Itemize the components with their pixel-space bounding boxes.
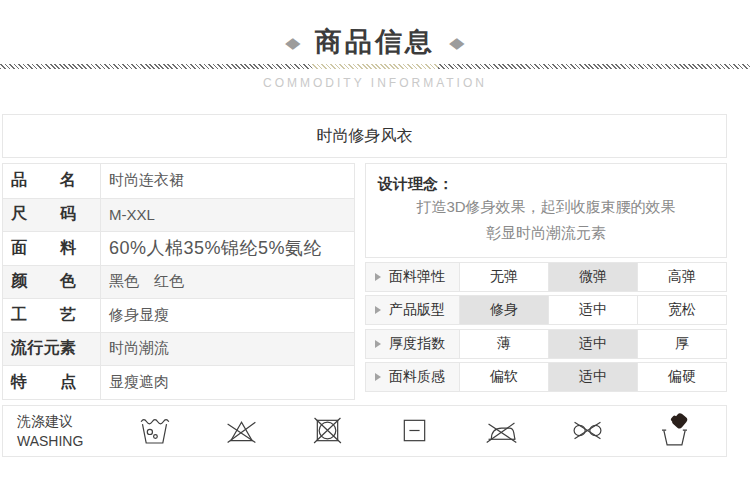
attribute-label: 厚度指数	[366, 330, 460, 358]
product-info-panel: 时尚修身风衣 品名 时尚连衣裙 尺码 M-XXL 面料 60%人棉35%锦纶5%…	[2, 114, 727, 457]
arrow-right-icon	[375, 340, 381, 348]
spec-row: 流行元素 时尚潮流	[3, 332, 354, 366]
attribute-option: 修身	[460, 296, 548, 324]
wash-basin-icon	[136, 412, 173, 449]
spec-label: 特点	[3, 366, 101, 399]
spec-label: 尺码	[3, 199, 101, 232]
do-not-wring-icon	[569, 412, 606, 449]
design-concept-line: 打造3D修身效果，起到收腹束腰的效果	[378, 194, 714, 220]
spec-table: 品名 时尚连衣裙 尺码 M-XXL 面料 60%人棉35%锦纶5%氨纶 颜色 黑…	[2, 163, 355, 400]
header-title-row: ◆ 商品信息 ◆	[0, 24, 750, 60]
attribute-label-text: 产品版型	[389, 301, 445, 319]
attribute-option: 适中	[548, 296, 637, 324]
design-concept-heading: 设计理念：	[378, 175, 714, 194]
attribute-option: 微弹	[548, 263, 637, 291]
spec-row: 特点 显瘦遮肉	[3, 365, 354, 399]
spec-value: 显瘦遮肉	[101, 366, 354, 399]
spec-value: 修身显瘦	[101, 299, 354, 332]
do-not-iron-icon	[483, 412, 520, 449]
spec-value: 黑色 红色	[101, 266, 354, 299]
spec-value: 时尚连衣裙	[101, 164, 354, 198]
spec-value: 时尚潮流	[101, 333, 354, 366]
do-not-bleach-icon	[223, 412, 260, 449]
attribute-option: 适中	[548, 363, 637, 391]
hatch-divider-center	[312, 64, 438, 69]
spec-label: 流行元素	[3, 333, 101, 366]
spec-row: 面料 60%人棉35%锦纶5%氨纶	[3, 231, 354, 265]
spec-value: 60%人棉35%锦纶5%氨纶	[101, 232, 354, 265]
section-header: ◆ 商品信息 ◆ COMMODITY INFORMATION	[0, 0, 750, 90]
spec-row: 颜色 黑色 红色	[3, 265, 354, 299]
washing-label: 洗涤建议 WASHING	[3, 411, 111, 451]
washing-label-en: WASHING	[17, 431, 111, 451]
arrow-right-icon	[375, 306, 381, 314]
product-title: 时尚修身风衣	[2, 114, 727, 158]
spec-label: 颜色	[3, 266, 101, 299]
spec-row: 工艺 修身显瘦	[3, 298, 354, 332]
attribute-option: 无弹	[460, 263, 548, 291]
washing-advice-row: 洗涤建议 WASHING	[2, 405, 727, 457]
attribute-option: 适中	[548, 330, 637, 358]
attribute-label: 产品版型	[366, 296, 460, 324]
attribute-label: 面料质感	[366, 363, 460, 391]
attribute-label-text: 厚度指数	[389, 335, 445, 353]
spec-label: 面料	[3, 232, 101, 265]
spec-value: M-XXL	[101, 199, 354, 232]
design-concept-box: 设计理念： 打造3D修身效果，起到收腹束腰的效果 彰显时尚潮流元素	[365, 163, 727, 258]
design-concept-line: 彰显时尚潮流元素	[378, 220, 714, 246]
arrow-right-icon	[375, 373, 381, 381]
attribute-row-fit: 产品版型 修身 适中 宽松	[365, 295, 727, 325]
spec-label: 工艺	[3, 299, 101, 332]
spec-row: 尺码 M-XXL	[3, 198, 354, 232]
attribute-label-text: 面料弹性	[389, 268, 445, 286]
dry-flat-icon	[396, 412, 433, 449]
attribute-option: 偏软	[460, 363, 548, 391]
washing-label-cn: 洗涤建议	[17, 411, 111, 431]
attribute-option: 厚	[637, 330, 726, 358]
attribute-row-elasticity: 面料弹性 无弹 微弹 高弹	[365, 262, 727, 292]
attribute-option: 高弹	[637, 263, 726, 291]
spec-label: 品名	[3, 164, 101, 198]
hand-wash-icon	[656, 412, 693, 449]
do-not-tumble-dry-icon	[309, 412, 346, 449]
spec-row: 品名 时尚连衣裙	[3, 164, 354, 198]
diamond-icon: ◆	[285, 35, 301, 50]
attribute-option: 薄	[460, 330, 548, 358]
hatch-divider	[0, 64, 750, 69]
header-subtitle: COMMODITY INFORMATION	[0, 76, 750, 90]
attribute-option: 宽松	[637, 296, 726, 324]
attribute-row-texture: 面料质感 偏软 适中 偏硬	[365, 362, 727, 392]
attribute-option: 偏硬	[637, 363, 726, 391]
attribute-row-thickness: 厚度指数 薄 适中 厚	[365, 329, 727, 359]
attribute-label: 面料弹性	[366, 263, 460, 291]
page-title: 商品信息	[315, 29, 435, 56]
washing-icons	[111, 412, 726, 449]
diamond-icon: ◆	[449, 35, 465, 50]
arrow-right-icon	[375, 273, 381, 281]
attribute-label-text: 面料质感	[389, 368, 445, 386]
